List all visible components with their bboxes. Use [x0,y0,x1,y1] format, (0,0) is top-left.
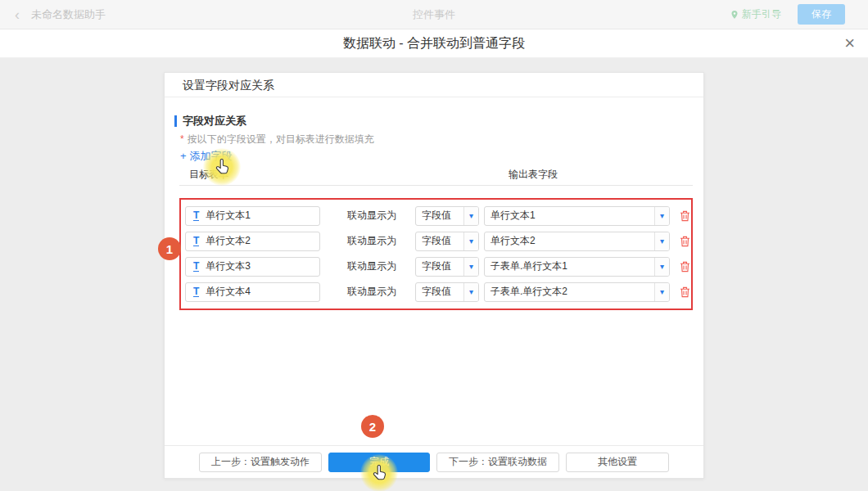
highlight-box-1: T 单行文本1 联动显示为 字段值 ▾ 单行文本1 ▾ T [179,198,693,310]
footer-button-bar: 上一步：设置触发动作 完成 下一步：设置联动数据 其他设置 [165,445,703,478]
text-field-icon: T [193,261,199,272]
column-header-output: 输出表字段 [509,168,558,182]
chevron-down-icon[interactable]: ▾ [463,232,478,250]
app-title: 未命名数据助手 [31,7,106,22]
target-field-value: 单行文本2 [206,234,251,248]
delete-row-icon[interactable] [680,210,690,222]
chevron-down-icon[interactable]: ▾ [463,283,478,301]
field-mapping-row: T 单行文本4 联动显示为 字段值 ▾ 子表单.单行文本2 ▾ [181,279,691,304]
chevron-down-icon[interactable]: ▾ [654,232,669,250]
mode-select-value: 字段值 [416,259,463,273]
chevron-down-icon[interactable]: ▾ [463,258,478,276]
mode-select-value: 字段值 [416,285,463,299]
section-marker [174,115,177,127]
mode-select-value: 字段值 [416,209,463,223]
prev-step-button[interactable]: 上一步：设置触发动作 [199,453,322,472]
chevron-down-icon[interactable]: ▾ [654,207,669,225]
mode-select[interactable]: 字段值 ▾ [415,282,479,302]
target-field-input[interactable]: T 单行文本2 [185,232,320,251]
delete-row-icon[interactable] [680,261,690,273]
add-field-label: 添加字段 [190,150,233,162]
field-mapping-row: T 单行文本3 联动显示为 字段值 ▾ 子表单.单行文本1 ▾ [181,254,691,279]
output-field-select[interactable]: 单行文本2 ▾ [484,232,670,251]
step-2-badge: 2 [361,415,384,438]
other-settings-button[interactable]: 其他设置 [566,453,669,472]
page: ‹ 未命名数据助手 控件事件 新手引导 保存 数据联动 - 合并联动到普通字段 … [0,0,868,491]
output-field-select[interactable]: 子表单.单行文本2 ▾ [484,282,670,302]
mode-select[interactable]: 字段值 ▾ [415,206,479,226]
chevron-down-icon[interactable]: ▾ [654,258,669,276]
plus-icon: + [180,150,187,162]
text-field-icon: T [193,286,199,297]
chevron-down-icon[interactable]: ▾ [654,283,669,301]
field-mapping-row: T 单行文本2 联动显示为 字段值 ▾ 单行文本2 ▾ [181,228,691,254]
output-select-value: 单行文本1 [485,209,654,223]
linkage-display-label: 联动显示为 [347,209,396,223]
target-field-input[interactable]: T 单行文本1 [185,206,320,226]
column-headers: 目标表单 输出表字段 [179,168,693,186]
target-field-input[interactable]: T 单行文本3 [185,257,320,277]
linkage-display-label: 联动显示为 [347,259,396,273]
section-title-label: 字段对应关系 [183,114,246,128]
guide-label: 新手引导 [742,7,781,21]
output-select-value: 单行文本2 [485,234,654,248]
next-step-button[interactable]: 下一步：设置联动数据 [436,453,559,472]
close-icon[interactable]: × [844,33,855,54]
location-pin-icon [730,10,739,20]
guide-link[interactable]: 新手引导 [730,7,781,21]
output-field-select[interactable]: 单行文本1 ▾ [484,206,670,226]
section-description: *按以下的字段设置，对目标表进行数据填充 [180,133,374,146]
output-select-value: 子表单.单行文本1 [485,259,654,273]
text-field-icon: T [193,210,199,221]
description-text: 按以下的字段设置，对目标表进行数据填充 [188,133,374,145]
linkage-display-label: 联动显示为 [347,234,396,248]
target-field-input[interactable]: T 单行文本4 [185,282,320,302]
back-icon[interactable]: ‹ [15,7,20,22]
mode-select[interactable]: 字段值 ▾ [415,232,479,251]
text-field-icon: T [193,236,199,246]
field-mapping-panel: 设置字段对应关系 字段对应关系 *按以下的字段设置，对目标表进行数据填充 +添加… [164,72,704,479]
target-field-value: 单行文本4 [206,285,251,299]
finish-button[interactable]: 完成 [328,453,430,472]
add-field-link[interactable]: +添加字段 [180,149,233,164]
field-mapping-row: T 单行文本1 联动显示为 字段值 ▾ 单行文本1 ▾ [181,203,691,228]
save-button[interactable]: 保存 [798,4,845,25]
modal-title: 数据联动 - 合并联动到普通字段 [343,35,525,52]
topbar: ‹ 未命名数据助手 控件事件 新手引导 保存 [0,0,868,29]
delete-row-icon[interactable] [680,236,690,247]
output-select-value: 子表单.单行文本2 [485,285,654,299]
delete-row-icon[interactable] [680,286,690,298]
target-field-value: 单行文本1 [206,209,251,223]
panel-header: 设置字段对应关系 [165,73,703,97]
target-field-value: 单行文本3 [206,259,251,273]
linkage-display-label: 联动显示为 [347,285,396,299]
step-1-badge: 1 [158,237,181,260]
section-title: 字段对应关系 [174,114,246,128]
required-mark: * [180,133,184,145]
mode-select[interactable]: 字段值 ▾ [415,257,479,277]
column-header-target: 目标表单 [189,168,228,182]
chevron-down-icon[interactable]: ▾ [463,207,478,225]
output-field-select[interactable]: 子表单.单行文本1 ▾ [484,257,670,277]
mode-select-value: 字段值 [416,234,463,248]
modal-header: 数据联动 - 合并联动到普通字段 × [0,29,868,58]
